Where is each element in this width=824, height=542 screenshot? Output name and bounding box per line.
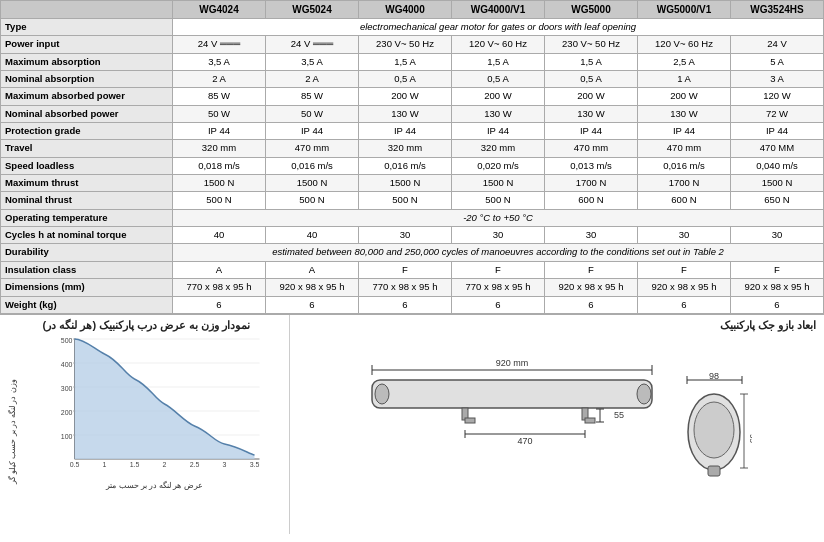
row-value-6-0: IP 44 bbox=[173, 123, 266, 140]
row-label-14: Insulation class bbox=[1, 261, 173, 278]
row-value-2-2: 1,5 A bbox=[359, 53, 452, 70]
col-header-label bbox=[1, 1, 173, 19]
row-value-2-3: 1,5 A bbox=[452, 53, 545, 70]
row-value-6-2: IP 44 bbox=[359, 123, 452, 140]
cross-section-svg: 98 95 bbox=[682, 372, 752, 492]
row-value-3-6: 3 A bbox=[731, 71, 824, 88]
row-value-8-6: 0,040 m/s bbox=[731, 157, 824, 174]
row-value-5-6: 72 W bbox=[731, 105, 824, 122]
row-value-7-0: 320 mm bbox=[173, 140, 266, 157]
row-value-span-0: electromechanical gear motor for gates o… bbox=[173, 19, 824, 36]
row-label-7: Travel bbox=[1, 140, 173, 157]
row-value-12-5: 30 bbox=[638, 227, 731, 244]
bottom-section: نمودار وزن به عرض درب پارکنبیک (هر لنگه … bbox=[0, 314, 824, 534]
svg-text:3: 3 bbox=[223, 461, 227, 468]
svg-rect-32 bbox=[465, 418, 475, 423]
row-value-15-1: 920 x 98 x 95 h bbox=[266, 279, 359, 296]
svg-text:2.5: 2.5 bbox=[190, 461, 200, 468]
row-value-9-5: 1700 N bbox=[638, 175, 731, 192]
svg-text:2: 2 bbox=[163, 461, 167, 468]
row-value-9-3: 1500 N bbox=[452, 175, 545, 192]
row-value-14-5: F bbox=[638, 261, 731, 278]
row-value-16-3: 6 bbox=[452, 296, 545, 313]
row-value-9-6: 1500 N bbox=[731, 175, 824, 192]
chart-area: نمودار وزن به عرض درب پارکنبیک (هر لنگه … bbox=[0, 315, 290, 534]
svg-text:1: 1 bbox=[103, 461, 107, 468]
row-value-7-6: 470 MM bbox=[731, 140, 824, 157]
row-value-10-5: 600 N bbox=[638, 192, 731, 209]
row-value-10-1: 500 N bbox=[266, 192, 359, 209]
main-container: WG4024 WG5024 WG4000 WG4000/V1 WG5000 WG… bbox=[0, 0, 824, 534]
row-value-5-3: 130 W bbox=[452, 105, 545, 122]
row-value-3-0: 2 A bbox=[173, 71, 266, 88]
row-value-2-5: 2,5 A bbox=[638, 53, 731, 70]
row-value-15-4: 920 x 98 x 95 h bbox=[545, 279, 638, 296]
row-value-10-3: 500 N bbox=[452, 192, 545, 209]
row-value-6-4: IP 44 bbox=[545, 123, 638, 140]
row-value-2-4: 1,5 A bbox=[545, 53, 638, 70]
row-label-9: Maximum thrust bbox=[1, 175, 173, 192]
row-value-8-4: 0,013 m/s bbox=[545, 157, 638, 174]
col-header-wg3524hs: WG3524HS bbox=[731, 1, 824, 19]
svg-text:55: 55 bbox=[614, 410, 624, 420]
row-value-6-6: IP 44 bbox=[731, 123, 824, 140]
row-value-1-6: 24 V bbox=[731, 36, 824, 53]
row-value-1-0: 24 V ═══ bbox=[173, 36, 266, 53]
x-axis-label: عرض هر لنگه در بر حسب متر bbox=[24, 481, 285, 490]
col-header-wg4000v1: WG4000/V1 bbox=[452, 1, 545, 19]
row-value-4-2: 200 W bbox=[359, 88, 452, 105]
row-value-12-3: 30 bbox=[452, 227, 545, 244]
row-value-2-0: 3,5 A bbox=[173, 53, 266, 70]
row-value-9-4: 1700 N bbox=[545, 175, 638, 192]
svg-text:400: 400 bbox=[61, 361, 73, 368]
spec-table: WG4024 WG5024 WG4000 WG4000/V1 WG5000 WG… bbox=[0, 0, 824, 314]
diagram-content: 920 mm bbox=[362, 336, 752, 530]
row-value-7-2: 320 mm bbox=[359, 140, 452, 157]
row-value-14-2: F bbox=[359, 261, 452, 278]
row-value-4-5: 200 W bbox=[638, 88, 731, 105]
row-value-10-6: 650 N bbox=[731, 192, 824, 209]
row-value-8-0: 0,018 m/s bbox=[173, 157, 266, 174]
row-value-14-1: A bbox=[266, 261, 359, 278]
row-value-span-11: -20 °C to +50 °C bbox=[173, 209, 824, 226]
arm-cross-section: 98 95 bbox=[682, 372, 752, 494]
svg-text:95: 95 bbox=[748, 434, 752, 443]
row-value-4-1: 85 W bbox=[266, 88, 359, 105]
row-value-5-0: 50 W bbox=[173, 105, 266, 122]
row-value-16-5: 6 bbox=[638, 296, 731, 313]
svg-point-48 bbox=[694, 402, 734, 458]
row-value-10-0: 500 N bbox=[173, 192, 266, 209]
row-label-0: Type bbox=[1, 19, 173, 36]
chart-title: نمودار وزن به عرض درب پارکنبیک (هر لنگه … bbox=[8, 319, 285, 332]
row-value-3-3: 0,5 A bbox=[452, 71, 545, 88]
row-value-4-6: 120 W bbox=[731, 88, 824, 105]
row-value-7-4: 470 mm bbox=[545, 140, 638, 157]
row-value-4-0: 85 W bbox=[173, 88, 266, 105]
row-label-2: Maximum absorption bbox=[1, 53, 173, 70]
row-value-8-5: 0,016 m/s bbox=[638, 157, 731, 174]
svg-text:200: 200 bbox=[61, 409, 73, 416]
row-value-3-2: 0,5 A bbox=[359, 71, 452, 88]
row-value-2-1: 3,5 A bbox=[266, 53, 359, 70]
row-value-1-3: 120 V~ 60 Hz bbox=[452, 36, 545, 53]
row-value-8-1: 0,016 m/s bbox=[266, 157, 359, 174]
row-label-15: Dimensions (mm) bbox=[1, 279, 173, 296]
table-section: WG4024 WG5024 WG4000 WG4000/V1 WG5000 WG… bbox=[0, 0, 824, 314]
svg-text:100: 100 bbox=[61, 433, 73, 440]
row-value-1-2: 230 V~ 50 Hz bbox=[359, 36, 452, 53]
row-value-12-1: 40 bbox=[266, 227, 359, 244]
row-value-9-1: 1500 N bbox=[266, 175, 359, 192]
col-header-wg5000v1: WG5000/V1 bbox=[638, 1, 731, 19]
row-value-15-3: 770 x 98 x 95 h bbox=[452, 279, 545, 296]
row-value-6-1: IP 44 bbox=[266, 123, 359, 140]
row-label-5: Nominal absorbed power bbox=[1, 105, 173, 122]
svg-text:98: 98 bbox=[709, 372, 719, 381]
chart-inner: 500 400 300 200 100 bbox=[24, 334, 285, 530]
svg-text:1.5: 1.5 bbox=[130, 461, 140, 468]
row-value-15-2: 770 x 98 x 95 h bbox=[359, 279, 452, 296]
row-value-1-5: 120 V~ 60 Hz bbox=[638, 36, 731, 53]
col-header-wg4000: WG4000 bbox=[359, 1, 452, 19]
row-value-15-6: 920 x 98 x 95 h bbox=[731, 279, 824, 296]
row-label-6: Protection grade bbox=[1, 123, 173, 140]
row-value-2-6: 5 A bbox=[731, 53, 824, 70]
